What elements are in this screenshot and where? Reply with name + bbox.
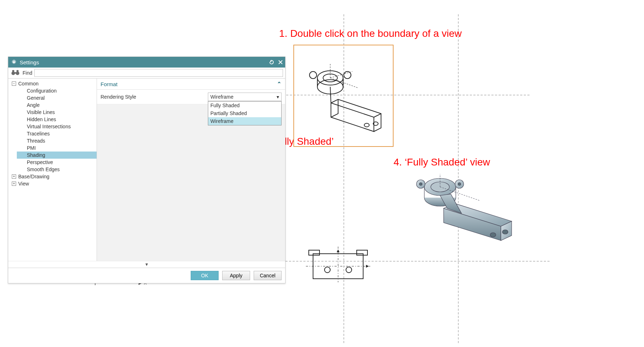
tree-label: View: [18, 181, 29, 187]
section-header-format[interactable]: Format ⌃: [97, 79, 285, 90]
tree-node-shading[interactable]: Shading: [17, 152, 97, 159]
svg-point-12: [458, 183, 461, 185]
apply-button[interactable]: Apply: [222, 271, 250, 280]
svg-point-21: [346, 267, 352, 273]
rendering-style-label: Rendering Style: [101, 94, 204, 100]
tree-node-general[interactable]: General: [17, 94, 97, 101]
svg-rect-28: [14, 72, 17, 74]
tree-node-base-drawing[interactable]: + Base/Drawing: [10, 173, 97, 180]
shaded-part-icon: [404, 169, 519, 244]
combo-option-wireframe[interactable]: Wireframe: [208, 117, 281, 125]
svg-rect-16: [309, 250, 319, 255]
tree-label: Threads: [27, 138, 45, 144]
tree-label: Base/Drawing: [18, 174, 49, 179]
svg-point-3: [309, 71, 317, 79]
svg-point-4: [344, 71, 351, 79]
annotation-1: 1. Double click on the boundary of a vie…: [279, 28, 462, 39]
rendering-style-combo[interactable]: Wireframe ▾ Fully Shaded Partially Shade…: [208, 93, 282, 101]
svg-rect-17: [357, 250, 367, 255]
chevron-down-icon: ▾: [277, 94, 279, 100]
tree-label: Visible Lines: [27, 109, 55, 115]
find-row: Find: [8, 68, 285, 79]
tree-node-perspective[interactable]: Perspective: [17, 159, 97, 166]
find-input[interactable]: [34, 69, 283, 77]
settings-tree[interactable]: − Common Configuration General Angle Vis…: [8, 79, 97, 261]
tree-label: Perspective: [27, 159, 53, 165]
find-label: Find: [23, 70, 32, 76]
collapse-icon[interactable]: −: [12, 81, 16, 86]
refresh-icon[interactable]: [269, 59, 274, 65]
chevron-up-icon[interactable]: ⌃: [277, 81, 282, 87]
tree-label: Configuration: [27, 88, 57, 94]
tree-label: Hidden Lines: [27, 117, 56, 122]
tree-label: Common: [18, 81, 39, 86]
tree-node-pmi[interactable]: PMI: [17, 144, 97, 152]
wireframe-part-icon: [299, 53, 388, 139]
tree-label: Virtual Intersections: [27, 124, 71, 129]
tree-node-visible-lines[interactable]: Visible Lines: [17, 109, 97, 116]
combo-field[interactable]: Wireframe ▾: [208, 93, 282, 101]
combo-option-partially-shaded[interactable]: Partially Shaded: [208, 109, 281, 117]
tree-label: Tracelines: [27, 131, 50, 137]
tree-node-common[interactable]: − Common: [10, 80, 97, 87]
tree-label: Smooth Edges: [27, 167, 60, 172]
svg-point-14: [502, 230, 508, 234]
svg-point-11: [419, 183, 422, 185]
tree-node-virtual-intersections[interactable]: Virtual Intersections: [17, 123, 97, 130]
tree-label: General: [27, 95, 45, 101]
tree-node-configuration[interactable]: Configuration: [17, 87, 97, 94]
svg-rect-30: [16, 70, 19, 72]
tree-node-view[interactable]: + View: [10, 180, 97, 187]
tree-label: Shading: [27, 152, 45, 158]
close-icon[interactable]: [278, 60, 283, 65]
tree-node-tracelines[interactable]: Tracelines: [17, 130, 97, 137]
ok-button[interactable]: OK: [191, 271, 219, 280]
settings-content: Format ⌃ Rendering Style Wireframe ▾ Ful…: [97, 79, 285, 261]
combo-value: Wireframe: [210, 94, 234, 100]
tree-label: PMI: [27, 145, 36, 151]
tree-node-threads[interactable]: Threads: [17, 137, 97, 144]
ortho-part-icon: [302, 243, 374, 286]
settings-dialog: Settings Find: [8, 56, 286, 283]
tree-node-smooth-edges[interactable]: Smooth Edges: [17, 166, 97, 173]
dialog-title: Settings: [20, 59, 266, 65]
svg-point-20: [325, 267, 330, 273]
tree-label: Angle: [27, 102, 40, 108]
svg-rect-29: [12, 70, 14, 72]
gear-icon: [11, 59, 17, 65]
combo-option-fully-shaded[interactable]: Fully Shaded: [208, 101, 281, 109]
expand-icon[interactable]: +: [12, 174, 16, 179]
binoculars-icon: [10, 69, 20, 77]
dialog-titlebar[interactable]: Settings: [8, 57, 285, 68]
combo-dropdown[interactable]: Fully Shaded Partially Shaded Wireframe: [208, 101, 282, 125]
rendering-style-row: Rendering Style Wireframe ▾ Fully Shaded…: [97, 90, 285, 104]
svg-point-5: [364, 123, 369, 127]
expand-icon[interactable]: +: [12, 182, 16, 186]
drawing-view-ortho[interactable]: [301, 243, 376, 286]
tree-node-hidden-lines[interactable]: Hidden Lines: [17, 116, 97, 123]
drawing-view-shaded[interactable]: [401, 167, 522, 246]
drawing-view-selected[interactable]: [293, 45, 394, 147]
cancel-button[interactable]: Cancel: [254, 271, 282, 280]
annotation-4: 4. ‘Fully Shaded’ view: [394, 157, 490, 168]
tree-node-angle[interactable]: Angle: [17, 101, 97, 109]
section-title: Format: [101, 81, 118, 87]
show-more-handle[interactable]: ▼: [8, 261, 285, 268]
dialog-footer: OK Apply Cancel: [8, 268, 285, 283]
svg-point-13: [490, 233, 496, 237]
